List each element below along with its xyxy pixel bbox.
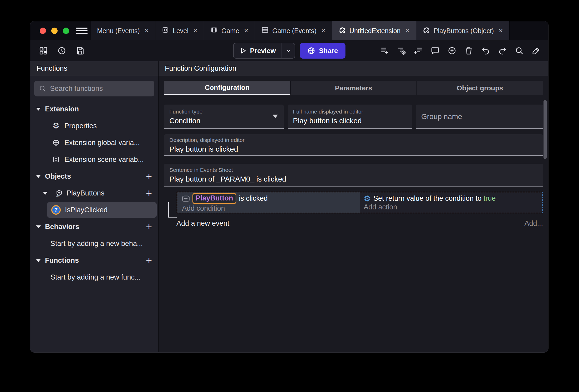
functions-empty-hint: Start by adding a new func...: [30, 269, 158, 286]
add-action-button[interactable]: Add action: [364, 203, 540, 211]
search-functions-box[interactable]: [34, 81, 154, 96]
action-gear-icon: ⚙: [364, 195, 371, 203]
condition-function-icon: ?: [51, 205, 61, 215]
add-new-event-button[interactable]: Add a new event: [176, 219, 229, 228]
tab-game[interactable]: Game ×: [204, 21, 255, 40]
add-event-icon[interactable]: [379, 45, 390, 56]
close-icon[interactable]: ×: [321, 27, 326, 35]
sentence-field[interactable]: Sentence in Events Sheet Play button of …: [164, 164, 543, 187]
share-label: Share: [319, 47, 338, 55]
sidebar-section-behaviors[interactable]: Behaviors +: [30, 218, 158, 235]
tab-parameters[interactable]: Parameters: [291, 81, 417, 95]
history-icon[interactable]: [57, 45, 67, 56]
close-icon[interactable]: ×: [244, 27, 248, 35]
zoom-window-button[interactable]: [63, 28, 69, 34]
play-icon: [240, 47, 247, 54]
add-subevent-icon[interactable]: [396, 45, 407, 56]
add-object-button[interactable]: +: [146, 171, 152, 182]
minimize-window-button[interactable]: [51, 28, 58, 34]
function-type-select[interactable]: Function type Condition: [164, 105, 284, 129]
tab-untitled-extension[interactable]: UntitledExtension ×: [332, 21, 416, 40]
add-other-events-icon[interactable]: [413, 45, 424, 56]
sidebar-item-playbuttons[interactable]: 2D PlayButtons +: [30, 185, 158, 202]
close-icon[interactable]: ×: [193, 27, 197, 35]
add-object-function-button[interactable]: +: [146, 188, 152, 198]
condition-text: is clicked: [239, 194, 268, 203]
preview-dropdown-button[interactable]: [282, 43, 295, 58]
sentence-label: Sentence in Events Sheet: [169, 167, 538, 173]
description-value: Play button is clicked: [169, 145, 538, 153]
full-name-label: Full name displayed in editor: [293, 109, 407, 115]
preview-label: Preview: [250, 47, 276, 55]
search-icon: [39, 85, 46, 92]
film-icon: [210, 26, 218, 35]
close-icon[interactable]: ×: [405, 27, 410, 35]
gear-icon: ⚙: [52, 122, 60, 130]
conditions-column[interactable]: PlayButton is clicked Add condition: [177, 192, 360, 213]
add-condition-button[interactable]: Add condition: [182, 204, 357, 213]
event-row[interactable]: PlayButton is clicked Add condition ⚙ Se…: [177, 192, 543, 213]
main-menu-icon[interactable]: [76, 21, 88, 40]
caret-down-icon: [43, 192, 48, 195]
preview-button[interactable]: Preview: [233, 43, 295, 59]
description-field[interactable]: Description, displayed in editor Play bu…: [164, 134, 543, 156]
tab-playbuttons-object[interactable]: PlayButtons (Object) ×: [416, 21, 510, 40]
configuration-tabs: Configuration Parameters Object groups: [164, 81, 543, 95]
main-panel-title: Function Configuration: [159, 61, 548, 76]
group-name-input[interactable]: [421, 112, 538, 121]
add-behavior-button[interactable]: +: [146, 221, 152, 232]
search-functions-input[interactable]: [50, 85, 150, 93]
trash-icon[interactable]: [464, 45, 474, 56]
app-window: Menu (Events) × Level × Game × Game (Eve…: [30, 21, 548, 353]
tab-bar: Menu (Events) × Level × Game × Game (Eve…: [30, 21, 548, 40]
event-connector-line: [168, 202, 177, 218]
tab-object-groups[interactable]: Object groups: [417, 81, 543, 95]
tab-level[interactable]: Level ×: [155, 21, 204, 40]
caret-down-icon: [36, 175, 41, 178]
item-label: Properties: [64, 122, 97, 130]
add-button[interactable]: Add...: [524, 219, 543, 228]
item-label: Extension scene variab...: [64, 156, 144, 164]
redo-icon[interactable]: [497, 45, 508, 56]
sidebar-item-extension-scene-variables[interactable]: Extension scene variab...: [30, 151, 158, 168]
scrollbar-thumb[interactable]: [544, 100, 547, 159]
sidebar-panel-title: Functions: [30, 61, 159, 76]
section-label: Extension: [45, 105, 79, 113]
undo-icon[interactable]: [480, 45, 491, 56]
tab-menu-events[interactable]: Menu (Events) ×: [91, 21, 155, 40]
behaviors-empty-hint: Start by adding a new beha...: [30, 235, 158, 252]
svg-text:2D: 2D: [56, 194, 59, 197]
functions-sidebar: Extension ⚙ Properties Extension global …: [30, 76, 159, 352]
close-window-button[interactable]: [40, 28, 46, 34]
condition-object-chip[interactable]: PlayButton: [192, 193, 236, 204]
item-label: PlayButtons: [67, 189, 104, 197]
group-name-field[interactable]: [416, 105, 543, 129]
toolbar: Preview Share: [30, 40, 548, 61]
sidebar-section-extension[interactable]: Extension: [30, 101, 158, 117]
sidebar-item-properties[interactable]: ⚙ Properties: [30, 117, 158, 134]
add-comment-icon[interactable]: [430, 45, 440, 56]
window-controls: [30, 21, 76, 40]
caret-down-icon: [36, 108, 41, 111]
sidebar-section-objects[interactable]: Objects +: [30, 168, 158, 185]
function-configuration-panel: Configuration Parameters Object groups F…: [159, 76, 548, 352]
sidebar-item-extension-global-variables[interactable]: Extension global varia...: [30, 134, 158, 151]
item-label: Extension global varia...: [64, 139, 140, 147]
sidebar-item-isplayclicked[interactable]: ? IsPlayClicked: [47, 202, 157, 218]
tab-game-events[interactable]: Game (Events) ×: [255, 21, 332, 40]
add-function-button[interactable]: +: [146, 255, 152, 266]
close-icon[interactable]: ×: [499, 27, 503, 35]
add-circle-icon[interactable]: [447, 45, 457, 56]
sidebar-section-functions[interactable]: Functions +: [30, 252, 158, 269]
save-icon[interactable]: [75, 45, 85, 56]
full-name-field[interactable]: Full name displayed in editor Play butto…: [288, 105, 412, 129]
tab-configuration[interactable]: Configuration: [164, 81, 291, 95]
home-dashboard-icon[interactable]: [38, 45, 49, 56]
actions-column[interactable]: ⚙ Set return value of the condition to t…: [360, 192, 542, 213]
search-icon[interactable]: [514, 45, 525, 56]
section-label: Behaviors: [45, 223, 79, 231]
share-button[interactable]: Share: [300, 43, 345, 59]
tab-label: Menu (Events): [97, 27, 140, 35]
close-icon[interactable]: ×: [145, 27, 149, 35]
edit-pen-icon[interactable]: [531, 45, 541, 56]
